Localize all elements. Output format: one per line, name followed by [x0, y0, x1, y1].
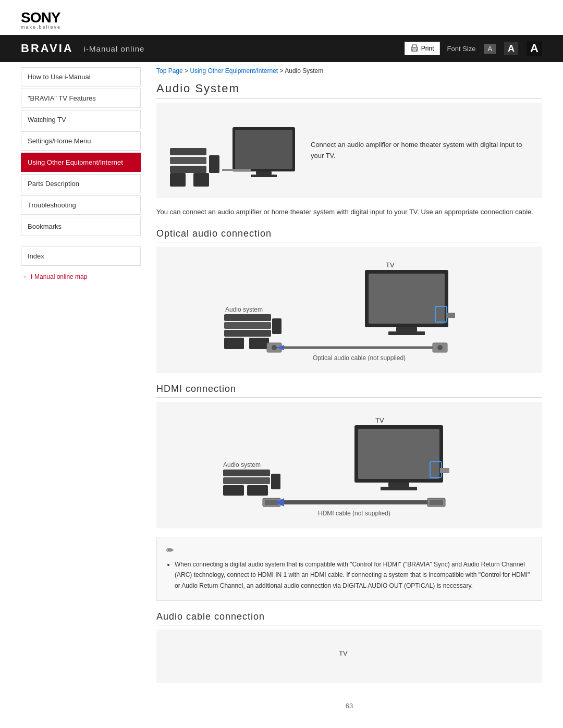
content: Top Page > Using Other Equipment/Interne… — [156, 67, 542, 720]
svg-rect-18 — [388, 331, 425, 335]
svg-text:Audio system: Audio system — [225, 306, 263, 313]
svg-rect-41 — [440, 468, 449, 473]
intro-image — [165, 112, 300, 190]
svg-point-29 — [272, 345, 277, 350]
note-icon: ✏ — [166, 545, 532, 556]
svg-rect-20 — [446, 313, 455, 318]
page-title: Audio System — [156, 82, 542, 99]
breadcrumb-top[interactable]: Top Page — [156, 67, 183, 75]
svg-text:Optical audio cable (not suppl: Optical audio cable (not supplied) — [313, 354, 406, 361]
svg-text:TV: TV — [386, 261, 395, 269]
sidebar-item-bravia-features[interactable]: "BRAVIA" TV Features — [21, 89, 141, 108]
hdmi-diagram: TV Audio system — [156, 402, 542, 528]
audio-cable-tv-label: TV — [271, 640, 427, 671]
svg-text:Audio system: Audio system — [223, 461, 261, 468]
breadcrumb: Top Page > Using Other Equipment/Interne… — [156, 67, 542, 75]
svg-rect-6 — [209, 155, 219, 173]
svg-rect-38 — [388, 483, 409, 487]
audio-cable-diagram: TV — [156, 630, 542, 683]
svg-rect-17 — [396, 327, 417, 331]
sony-logo: SONY make.believe — [21, 9, 542, 30]
font-large-button[interactable]: A — [527, 41, 542, 56]
svg-rect-16 — [369, 274, 445, 324]
svg-rect-8 — [193, 173, 209, 187]
breadcrumb-current: Audio System — [285, 67, 323, 75]
svg-rect-43 — [223, 470, 270, 476]
svg-rect-3 — [170, 148, 206, 155]
svg-rect-4 — [170, 157, 206, 164]
font-size-label: Font Size — [447, 45, 476, 53]
svg-rect-23 — [224, 322, 271, 329]
svg-rect-11 — [256, 171, 272, 175]
breadcrumb-using-other[interactable]: Using Other Equipment/Internet — [190, 67, 278, 75]
svg-rect-47 — [247, 485, 268, 496]
navbar-title: i-Manual online — [84, 44, 145, 53]
svg-rect-25 — [272, 318, 282, 334]
sidebar-item-settings[interactable]: Settings/Home Menu — [21, 131, 141, 151]
svg-rect-2 — [412, 49, 417, 51]
sidebar-item-how-to-use[interactable]: How to Use i-Manual — [21, 67, 141, 87]
sidebar: How to Use i-Manual "BRAVIA" TV Features… — [21, 67, 141, 720]
bravia-logo: BRAVIA — [21, 42, 74, 55]
svg-rect-37 — [358, 429, 439, 479]
svg-rect-51 — [430, 500, 443, 505]
svg-rect-46 — [223, 485, 244, 496]
sidebar-divider — [21, 238, 141, 246]
svg-text:HDMI cable (not supplied): HDMI cable (not supplied) — [318, 510, 390, 516]
svg-rect-10 — [235, 130, 292, 169]
svg-rect-26 — [224, 338, 244, 349]
svg-rect-52 — [280, 500, 427, 504]
hdmi-section-title: HDMI connection — [156, 384, 542, 398]
svg-rect-45 — [271, 474, 280, 489]
svg-text:TV: TV — [339, 649, 348, 657]
svg-rect-7 — [170, 173, 186, 187]
audio-cable-section-title: Audio cable connection — [156, 611, 542, 625]
main-layout: How to Use i-Manual "BRAVIA" TV Features… — [0, 67, 563, 720]
sidebar-item-watching-tv[interactable]: Watching TV — [21, 110, 141, 129]
svg-rect-5 — [170, 166, 206, 173]
header: SONY make.believe — [0, 0, 563, 35]
svg-rect-12 — [251, 175, 277, 177]
intro-text: Connect an audio amplifier or home theat… — [311, 140, 534, 162]
note-text: When connecting a digital audio system t… — [166, 559, 532, 591]
optical-diagram: TV Audio system — [156, 246, 542, 373]
intro-paragraph: You can connect an audio amplifier or ho… — [156, 206, 542, 218]
intro-box: Connect an audio amplifier or home theat… — [156, 103, 542, 198]
svg-text:TV: TV — [375, 416, 384, 424]
sidebar-index[interactable]: Index — [21, 246, 141, 266]
map-link-text[interactable]: i-Manual online map — [31, 273, 87, 280]
svg-point-31 — [437, 345, 443, 350]
svg-rect-27 — [249, 338, 269, 349]
navbar-right: Print Font Size A A A — [405, 41, 542, 56]
print-icon — [410, 44, 419, 53]
arrow-icon: → — [21, 273, 27, 280]
sidebar-item-bookmarks[interactable]: Bookmarks — [21, 217, 141, 236]
note-box: ✏ When connecting a digital audio system… — [156, 537, 542, 601]
sidebar-item-parts[interactable]: Parts Description — [21, 174, 141, 193]
optical-diagram-svg: TV Audio system — [193, 257, 506, 361]
svg-rect-1 — [412, 45, 417, 47]
font-medium-button[interactable]: A — [504, 42, 518, 55]
sidebar-map-link[interactable]: → i-Manual online map — [21, 271, 141, 282]
page-number: 63 — [156, 692, 542, 720]
svg-rect-22 — [224, 314, 271, 321]
optical-section-title: Optical audio connection — [156, 228, 542, 242]
svg-rect-24 — [224, 330, 271, 337]
navbar: BRAVIA i-Manual online Print Font Size A… — [0, 35, 563, 62]
audio-system-image — [165, 112, 300, 190]
hdmi-diagram-svg: TV Audio system — [193, 412, 506, 516]
font-small-button[interactable]: A — [484, 44, 496, 54]
sidebar-item-using-other[interactable]: Using Other Equipment/Internet — [21, 153, 141, 172]
svg-rect-44 — [223, 477, 270, 484]
print-button[interactable]: Print — [405, 42, 440, 55]
sidebar-item-troubleshooting[interactable]: Troubleshooting — [21, 195, 141, 215]
svg-rect-39 — [381, 487, 417, 490]
